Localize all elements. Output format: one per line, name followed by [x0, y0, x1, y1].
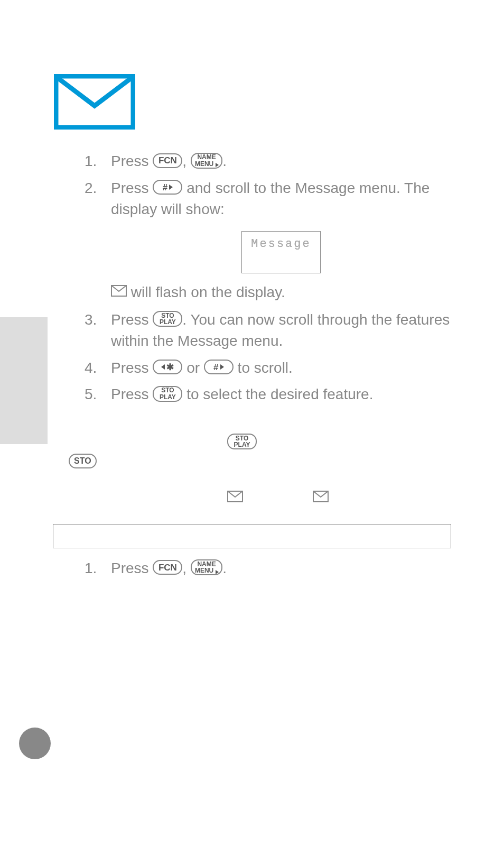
hash-right-key-icon: # [204, 360, 234, 374]
fcn-key-icon: FCN [153, 153, 182, 168]
envelope-icon [227, 491, 243, 507]
step-item: 3.Press STOPLAY. You can now scroll thro… [85, 309, 451, 352]
step-number: 2. [85, 178, 111, 304]
step-number: 3. [85, 309, 111, 352]
display-text: Message [251, 237, 311, 251]
step-item: 5.Press STOPLAY to select the desired fe… [85, 384, 451, 406]
step-note: will flash on the display. [111, 282, 451, 304]
step-number: 4. [85, 357, 111, 379]
note-section: STOPLAY STO [53, 432, 451, 508]
step-text: Press FCN, NAMEMENU. [111, 558, 451, 579]
name-menu-key-icon: NAMEMENU [191, 559, 222, 575]
message-icon-large [54, 74, 451, 130]
sto-play-key-icon: STOPLAY [153, 311, 182, 327]
step-number: 1. [85, 558, 111, 579]
step-number: 1. [85, 151, 111, 172]
feature-box [53, 524, 451, 548]
steps-list-upper: 1.Press FCN, NAMEMENU.2.Press # and scro… [85, 151, 451, 406]
name-menu-key-icon: NAMEMENU [191, 153, 222, 169]
fcn-key-icon: FCN [153, 560, 182, 575]
envelope-icon [313, 491, 329, 507]
step-text: Press # and scroll to the Message menu. … [111, 178, 451, 304]
step-item: 1.Press FCN, NAMEMENU. [85, 151, 451, 172]
page-number-circle [19, 728, 51, 759]
step-item: 2.Press # and scroll to the Message menu… [85, 178, 451, 304]
step-text: Press FCN, NAMEMENU. [111, 151, 451, 172]
step-number: 5. [85, 384, 111, 406]
steps-list-lower: 1.Press FCN, NAMEMENU. [85, 558, 451, 579]
sto-key-icon: STO [69, 454, 97, 468]
step-text: Press ✱ or # to scroll. [111, 357, 451, 379]
hash-right-key-icon: # [153, 180, 182, 195]
envelope-icon [111, 281, 127, 303]
step-text: Press STOPLAY to select the desired feat… [111, 384, 451, 406]
sto-play-key-icon: STOPLAY [153, 386, 182, 402]
step-text: Press STOPLAY. You can now scroll throug… [111, 309, 451, 352]
step-item: 1.Press FCN, NAMEMENU. [85, 558, 451, 579]
phone-display: Message [241, 231, 321, 273]
left-star-key-icon: ✱ [153, 360, 182, 374]
step-item: 4.Press ✱ or # to scroll. [85, 357, 451, 379]
page-tab-edge [0, 317, 48, 444]
page-content: 1.Press FCN, NAMEMENU.2.Press # and scro… [0, 0, 504, 579]
sto-play-key-icon: STOPLAY [227, 434, 257, 449]
